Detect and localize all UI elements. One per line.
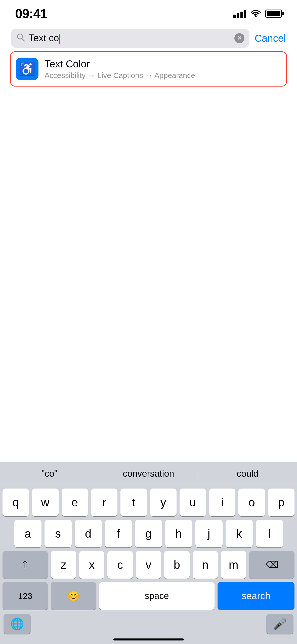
key-s[interactable]: s <box>45 520 72 547</box>
search-result-item[interactable]: ♿ Text Color Accessibility → Live Captio… <box>10 51 287 87</box>
mic-icon: 🎤 <box>273 617 287 630</box>
status-icons <box>233 8 282 19</box>
key-d[interactable]: d <box>75 520 102 547</box>
accessibility-symbol: ♿ <box>19 61 35 77</box>
home-indicator <box>113 638 184 640</box>
accessibility-icon: ♿ <box>16 58 38 80</box>
main-content <box>0 87 297 328</box>
delete-icon: ⌫ <box>266 559 278 570</box>
predictive-word-2[interactable]: conversation <box>99 462 198 485</box>
key-row-1: q w e r t y u i o p <box>3 489 294 516</box>
result-title: Text Color <box>45 58 195 70</box>
key-r[interactable]: r <box>91 489 117 516</box>
numbers-key[interactable]: 123 <box>3 582 48 610</box>
key-n[interactable]: n <box>193 551 218 579</box>
key-row-3: ⇧ z x c v b n m ⌫ <box>3 551 294 579</box>
key-o[interactable]: o <box>238 489 265 516</box>
key-m[interactable]: m <box>221 551 246 579</box>
search-icon <box>16 33 25 44</box>
svg-point-0 <box>255 15 257 17</box>
key-t[interactable]: t <box>120 489 147 516</box>
key-l[interactable]: l <box>256 520 283 547</box>
key-z[interactable]: z <box>51 551 76 579</box>
globe-icon: 🌐 <box>10 617 24 630</box>
key-b[interactable]: b <box>164 551 190 579</box>
emoji-key[interactable]: 😊 <box>51 582 96 610</box>
bottom-row: 🌐 🎤 <box>0 611 297 636</box>
svg-line-2 <box>22 38 25 41</box>
result-text: Text Color Accessibility → Live Captions… <box>45 58 195 80</box>
predictive-row: "co" conversation could <box>0 462 297 485</box>
battery-icon <box>265 10 282 18</box>
key-e[interactable]: e <box>62 489 88 516</box>
key-w[interactable]: w <box>32 489 58 516</box>
search-input-wrapper[interactable]: Text co <box>11 29 249 48</box>
key-q[interactable]: q <box>3 489 29 516</box>
key-j[interactable]: j <box>195 520 223 547</box>
key-a[interactable]: a <box>14 520 41 547</box>
key-c[interactable]: c <box>107 551 133 579</box>
predictive-word-1[interactable]: "co" <box>0 462 99 485</box>
result-path: Accessibility → Live Captions → Appearan… <box>45 71 195 80</box>
delete-key[interactable]: ⌫ <box>249 551 294 579</box>
key-g[interactable]: g <box>135 520 162 547</box>
key-y[interactable]: y <box>150 489 177 516</box>
keyboard: "co" conversation could q w e r t y u i … <box>0 462 297 644</box>
key-i[interactable]: i <box>209 489 235 516</box>
cancel-button[interactable]: Cancel <box>254 33 286 44</box>
space-key[interactable]: space <box>99 582 215 610</box>
key-row-2: a s d f g h j k l <box>3 520 294 547</box>
globe-key[interactable]: 🌐 <box>4 614 31 634</box>
shift-key[interactable]: ⇧ <box>3 551 48 579</box>
clear-button[interactable] <box>234 33 244 43</box>
status-bar: 09:41 <box>0 0 297 25</box>
cursor <box>59 34 60 44</box>
mic-key[interactable]: 🎤 <box>266 614 293 634</box>
search-results: ♿ Text Color Accessibility → Live Captio… <box>0 51 297 87</box>
status-time: 09:41 <box>15 6 47 21</box>
key-f[interactable]: f <box>105 520 132 547</box>
signal-icon <box>233 9 246 18</box>
key-h[interactable]: h <box>165 520 192 547</box>
key-k[interactable]: k <box>226 520 253 547</box>
key-x[interactable]: x <box>79 551 105 579</box>
key-rows: q w e r t y u i o p a s d f g h j k l ⇧ <box>0 485 297 611</box>
predictive-word-3[interactable]: could <box>198 462 297 485</box>
search-input[interactable]: Text co <box>29 33 231 44</box>
shift-icon: ⇧ <box>21 559 29 571</box>
wifi-icon <box>250 8 261 19</box>
key-row-4: 123 😊 space search <box>3 582 294 610</box>
key-u[interactable]: u <box>180 489 206 516</box>
search-bar-container: Text co Cancel <box>0 25 297 51</box>
key-p[interactable]: p <box>268 489 294 516</box>
key-v[interactable]: v <box>136 551 161 579</box>
search-key[interactable]: search <box>218 582 294 610</box>
